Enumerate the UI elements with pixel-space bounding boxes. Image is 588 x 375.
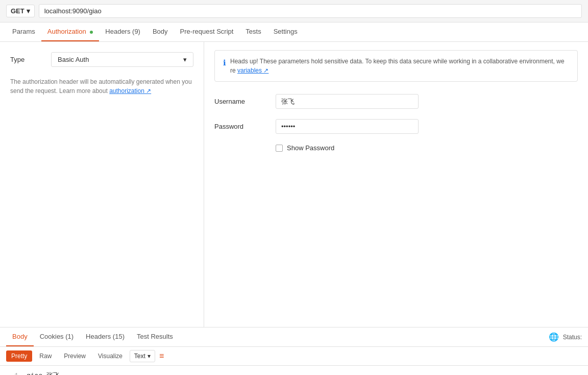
code-line-1: 1 giao,张飞 bbox=[8, 371, 580, 375]
response-tab-test-results[interactable]: Test Results bbox=[131, 327, 179, 346]
show-password-row: Show Password bbox=[276, 144, 578, 152]
status-label: Status: bbox=[563, 334, 582, 341]
auth-description: The authorization header will be automat… bbox=[10, 77, 193, 96]
tab-params[interactable]: Params bbox=[6, 22, 41, 41]
type-value: Basic Auth bbox=[58, 56, 89, 63]
variables-link[interactable]: variables ↗ bbox=[237, 67, 268, 74]
type-select[interactable]: Basic Auth ▾ bbox=[51, 52, 193, 67]
username-input[interactable] bbox=[276, 94, 419, 109]
tab-authorization[interactable]: Authorization bbox=[41, 22, 100, 41]
tab-settings[interactable]: Settings bbox=[267, 22, 304, 41]
code-area: 1 giao,张飞 bbox=[0, 366, 588, 375]
active-dot bbox=[90, 31, 93, 34]
text-type-chevron-icon: ▾ bbox=[148, 353, 151, 360]
password-input[interactable] bbox=[276, 119, 419, 134]
tab-headers[interactable]: Headers (9) bbox=[99, 22, 146, 41]
url-input[interactable] bbox=[39, 4, 582, 18]
show-password-label: Show Password bbox=[287, 144, 334, 152]
url-bar: GET ▾ bbox=[0, 0, 588, 22]
text-type-label: Text bbox=[134, 353, 145, 360]
code-content-1: giao,张飞 bbox=[27, 371, 60, 375]
tab-pre-request-script[interactable]: Pre-request Script bbox=[174, 22, 240, 41]
response-tab-cookies[interactable]: Cookies (1) bbox=[34, 327, 80, 346]
tab-tests[interactable]: Tests bbox=[239, 22, 267, 41]
response-tab-headers[interactable]: Headers (15) bbox=[80, 327, 131, 346]
format-raw[interactable]: Raw bbox=[34, 350, 57, 362]
show-password-checkbox[interactable] bbox=[276, 145, 283, 152]
globe-icon: 🌐 bbox=[549, 332, 559, 342]
password-row: Password bbox=[214, 119, 578, 134]
method-chevron: ▾ bbox=[27, 7, 30, 15]
info-text: Heads up! These parameters hold sensitiv… bbox=[230, 58, 565, 74]
type-chevron-icon: ▾ bbox=[183, 56, 187, 63]
type-row: Type Basic Auth ▾ bbox=[10, 52, 193, 67]
auth-link[interactable]: authorization ↗ bbox=[109, 87, 151, 95]
tab-body[interactable]: Body bbox=[146, 22, 174, 41]
info-banner: ℹ Heads up! These parameters hold sensit… bbox=[214, 50, 578, 82]
main-content: Type Basic Auth ▾ The authorization head… bbox=[0, 42, 588, 327]
username-label: Username bbox=[214, 98, 276, 105]
format-bar: Pretty Raw Preview Visualize Text ▾ ≡ bbox=[0, 347, 588, 366]
request-tabs: Params Authorization Headers (9) Body Pr… bbox=[0, 22, 588, 42]
format-visualize[interactable]: Visualize bbox=[93, 350, 128, 362]
left-panel: Type Basic Auth ▾ The authorization head… bbox=[0, 42, 204, 327]
text-type-select[interactable]: Text ▾ bbox=[130, 350, 155, 362]
format-pretty[interactable]: Pretty bbox=[6, 350, 32, 362]
format-preview[interactable]: Preview bbox=[59, 350, 91, 362]
username-row: Username bbox=[214, 94, 578, 109]
right-panel: ℹ Heads up! These parameters hold sensit… bbox=[204, 42, 588, 327]
info-icon: ℹ bbox=[223, 57, 226, 69]
password-label: Password bbox=[214, 123, 276, 130]
type-label: Type bbox=[10, 56, 51, 63]
method-label: GET bbox=[11, 7, 24, 15]
method-select[interactable]: GET ▾ bbox=[6, 5, 35, 17]
line-number-1: 1 bbox=[8, 371, 18, 375]
status-area: 🌐 Status: bbox=[549, 332, 582, 342]
response-tab-body[interactable]: Body bbox=[6, 327, 34, 346]
response-tabs-bar: Body Cookies (1) Headers (15) Test Resul… bbox=[0, 327, 588, 347]
wrap-button[interactable]: ≡ bbox=[159, 351, 164, 361]
